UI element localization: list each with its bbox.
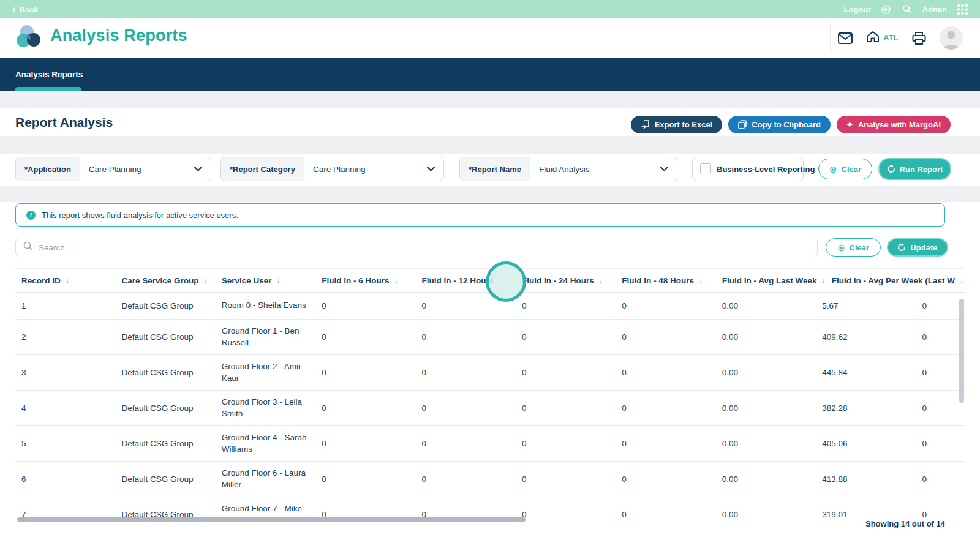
- apps-grid-icon[interactable]: [957, 4, 968, 15]
- column-header-h24[interactable]: Fluid In - 24 Hours↓: [516, 276, 616, 285]
- report-name-label: *Report Name: [460, 157, 530, 181]
- column-header-avg_lw[interactable]: Fluid In - Avg Last Week↓: [716, 276, 826, 285]
- home-button[interactable]: ATL: [866, 31, 899, 45]
- cell-h6: 0: [315, 403, 415, 413]
- cell-h24: 0: [516, 510, 616, 519]
- report-name-dropdown[interactable]: *Report Name Fluid Analysis: [459, 157, 677, 181]
- horizontal-scrollbar[interactable]: [17, 517, 526, 522]
- cell-h6: 0: [315, 439, 415, 448]
- table-body: 1Default CSG GroupRoom 0 - Sheila Evans0…: [15, 293, 965, 522]
- sort-arrow-icon[interactable]: ↓: [499, 276, 502, 285]
- cell-extra: 0: [916, 439, 965, 448]
- column-label: Fluid In - Avg Per Week (Last W: [832, 276, 955, 285]
- app-logo: [15, 23, 43, 51]
- chevron-down-icon: [660, 157, 677, 181]
- analyse-with-margoai-button[interactable]: ✦ Analyse with MargoAI: [837, 116, 951, 133]
- cell-avg_pw: 319.01: [816, 510, 916, 519]
- cell-record_id: 2: [15, 332, 115, 342]
- band-divider: [0, 136, 980, 154]
- table-row[interactable]: 4Default CSG GroupGround Floor 3 - Leila…: [15, 391, 965, 426]
- column-header-h48[interactable]: Fluid In - 48 Hours↓: [616, 276, 715, 285]
- sort-arrow-icon[interactable]: ↓: [699, 276, 703, 285]
- column-label: Fluid In - 6 Hours: [322, 276, 389, 285]
- clear-circle-x-icon: ⊗: [837, 243, 845, 252]
- chevron-down-icon: [427, 157, 443, 181]
- report-category-dropdown[interactable]: *Report Category Care Planning: [221, 157, 444, 181]
- cell-h48: 0: [616, 510, 715, 519]
- cell-avg_lw: 0.00: [716, 301, 816, 310]
- search-icon[interactable]: [902, 4, 913, 15]
- table-header-row: Record ID↓Care Service Group↓Service Use…: [15, 268, 965, 293]
- table-row[interactable]: 3Default CSG GroupGround Floor 2 - Amir …: [15, 355, 965, 391]
- cell-csg: Default CSG Group: [115, 403, 215, 413]
- admin-menu[interactable]: Admin: [922, 5, 947, 14]
- column-header-avg_pw[interactable]: Fluid In - Avg Per Week (Last W↓: [826, 276, 964, 285]
- vertical-scrollbar[interactable]: [959, 299, 964, 403]
- cell-h24: 0: [516, 474, 616, 484]
- tab-analysis-reports[interactable]: Analysis Reports: [15, 58, 83, 91]
- table-row[interactable]: 2Default CSG GroupGround Floor 1 - Ben R…: [15, 320, 965, 355]
- business-level-reporting-group: Business-Level Reporting: [692, 157, 804, 181]
- app-header: Analysis Reports ATL: [0, 18, 980, 58]
- copy-to-clipboard-button[interactable]: Copy to Clipboard: [728, 116, 831, 133]
- cell-h12: 0: [416, 332, 516, 342]
- cell-h12: 0: [416, 439, 516, 448]
- filter-clear-button[interactable]: ⊗ Clear: [818, 159, 872, 179]
- column-header-user[interactable]: Service User↓: [216, 276, 315, 285]
- sort-arrow-icon[interactable]: ↓: [394, 276, 398, 285]
- application-label: *Application: [16, 157, 80, 181]
- sort-arrow-icon[interactable]: ↓: [203, 276, 207, 285]
- application-dropdown[interactable]: *Application Care Planning: [15, 157, 211, 181]
- column-header-csg[interactable]: Care Service Group↓: [115, 276, 215, 285]
- table-row-count: Showing 14 out of 14: [865, 519, 945, 528]
- column-header-extra: Fluid (: [963, 276, 965, 285]
- table-row[interactable]: 1Default CSG GroupRoom 0 - Sheila Evans0…: [15, 293, 965, 320]
- column-header-h12[interactable]: Fluid In - 12 Hours↓: [416, 276, 516, 285]
- mail-icon[interactable]: [838, 32, 853, 44]
- run-report-button[interactable]: Run Report: [878, 158, 951, 180]
- business-level-checkbox[interactable]: [700, 163, 711, 174]
- report-category-value: Care Planning: [304, 157, 427, 181]
- table-row[interactable]: 6Default CSG GroupGround Floor 6 - Laura…: [15, 462, 965, 497]
- search-input[interactable]: [39, 243, 810, 252]
- cell-avg_pw: 409.62: [816, 332, 916, 342]
- cell-user: Ground Floor 6 - Laura Miller: [216, 468, 315, 491]
- print-icon[interactable]: [912, 32, 926, 45]
- nav-bar: Analysis Reports: [0, 58, 980, 91]
- column-header-h6[interactable]: Fluid In - 6 Hours↓: [315, 276, 415, 285]
- business-level-label: Business-Level Reporting: [717, 165, 815, 174]
- cell-user: Ground Floor 1 - Ben Russell: [216, 326, 315, 349]
- cell-avg_pw: 405.06: [816, 439, 916, 448]
- search-clear-button[interactable]: ⊗ Clear: [826, 238, 881, 257]
- cell-extra: 0: [916, 403, 965, 413]
- column-header-record_id[interactable]: Record ID↓: [15, 276, 115, 285]
- report-name-value: Fluid Analysis: [530, 157, 660, 181]
- cell-user: Ground Floor 4 - Sarah Williams: [216, 432, 315, 455]
- band-divider: [0, 91, 980, 108]
- sort-arrow-icon[interactable]: ↓: [277, 276, 281, 285]
- cell-avg_pw: 413.88: [816, 474, 916, 484]
- cell-record_id: 6: [15, 474, 115, 484]
- cell-extra: 0: [916, 332, 965, 342]
- cell-avg_lw: 0.00: [716, 439, 816, 448]
- export-to-excel-button[interactable]: Export to Excel: [631, 116, 723, 133]
- logout-link[interactable]: Logout: [844, 5, 871, 14]
- back-button[interactable]: ‹ Back: [12, 4, 38, 14]
- logout-icon[interactable]: [881, 4, 892, 15]
- update-button[interactable]: Update: [887, 238, 948, 257]
- column-label: Fluid In - Avg Last Week: [722, 276, 817, 285]
- sort-arrow-icon[interactable]: ↓: [66, 276, 69, 285]
- table-row[interactable]: 5Default CSG GroupGround Floor 4 - Sarah…: [15, 426, 965, 462]
- info-icon: i: [26, 211, 36, 220]
- cell-avg_pw: 382.28: [816, 403, 916, 413]
- user-avatar[interactable]: [940, 26, 963, 50]
- search-box: [15, 238, 818, 257]
- sort-arrow-icon[interactable]: ↓: [599, 276, 603, 285]
- cell-h6: 0: [315, 474, 415, 484]
- column-label: Fluid In - 24 Hours: [522, 276, 594, 285]
- back-label: Back: [19, 5, 38, 14]
- cell-extra: 0: [916, 301, 965, 310]
- cell-h24: 0: [516, 332, 616, 342]
- cell-avg_lw: 0.00: [716, 403, 816, 413]
- cell-h12: 0: [416, 403, 516, 413]
